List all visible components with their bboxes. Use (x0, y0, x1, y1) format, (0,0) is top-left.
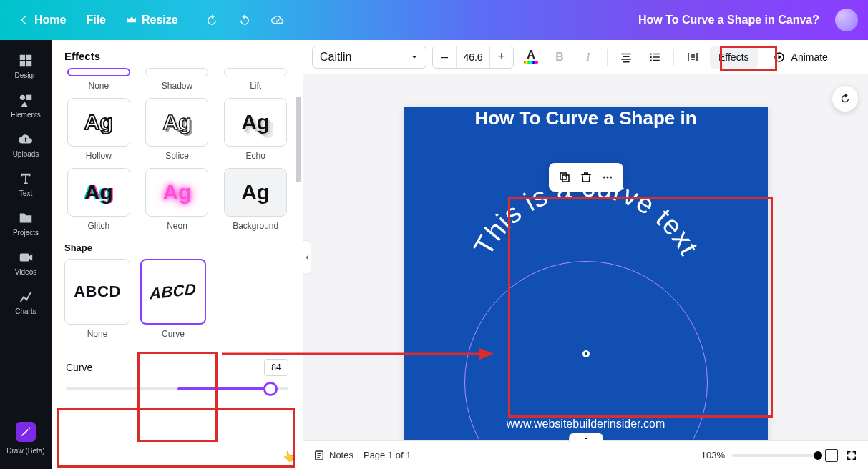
undo-button[interactable] (198, 9, 225, 31)
cloud-check-icon (271, 14, 284, 26)
style-label: None (88, 81, 109, 91)
style-glitch-thumb[interactable]: Ag (67, 168, 130, 217)
spacing-icon (686, 51, 699, 64)
zoom-controls: 103% (701, 449, 858, 462)
style-grid-row2: AgHollow AgSplice AgEcho (64, 98, 290, 161)
chevron-up-icon (582, 435, 590, 441)
rail-charts[interactable]: Charts (6, 283, 46, 322)
animate-button[interactable]: Animate (764, 46, 837, 69)
svg-point-0 (20, 95, 25, 100)
undo-icon (205, 14, 218, 26)
page-indicator[interactable]: Page 1 of 1 (364, 450, 411, 460)
style-neon-thumb[interactable]: Ag (145, 168, 208, 217)
style-background-thumb[interactable]: Ag (224, 168, 287, 217)
rail-videos[interactable]: Videos (6, 244, 46, 283)
spacing-button[interactable] (681, 46, 704, 69)
rail-text[interactable]: Text (6, 165, 46, 204)
shapes-icon (18, 92, 34, 108)
svg-rect-2 (20, 254, 29, 262)
resize-menu[interactable]: Resize (119, 9, 185, 31)
shape-curve-thumb[interactable]: ABCD (140, 259, 206, 325)
panel-title: Effects (52, 40, 303, 68)
align-center-icon (620, 51, 633, 64)
text-icon (18, 171, 34, 187)
svg-text:This is a curve text: This is a curve text (467, 172, 703, 260)
stage[interactable]: How To Curve a Shape in This is a curve … (404, 107, 768, 440)
panel-collapse-handle[interactable] (303, 240, 311, 275)
text-toolbar: Caitlin – 46.6 + A B I Effects Animate (303, 40, 868, 74)
document-title[interactable]: How To Curve a Shape in Canva? (638, 14, 819, 26)
style-splice-thumb[interactable]: Ag (145, 98, 208, 147)
italic-button[interactable]: I (577, 46, 600, 69)
font-size-value[interactable]: 46.6 (456, 46, 490, 68)
reset-view-button[interactable] (832, 86, 858, 112)
video-icon (18, 250, 34, 265)
editor: Caitlin – 46.6 + A B I Effects Animate (303, 40, 868, 469)
curve-value[interactable]: 84 (264, 359, 288, 376)
home-label: Home (34, 14, 66, 26)
shape-none-thumb[interactable]: ABCD (64, 259, 130, 325)
layout-icon (18, 53, 34, 69)
stage-url[interactable]: www.websitebuilderinsider.com (404, 418, 768, 430)
font-name: Caitlin (320, 51, 351, 64)
chart-icon (18, 289, 34, 305)
grid-view-button[interactable] (825, 449, 838, 462)
redo-button[interactable] (231, 9, 258, 31)
animate-icon (773, 51, 786, 64)
font-size-group: – 46.6 + (432, 46, 514, 69)
size-increase[interactable]: + (490, 46, 513, 68)
chevron-left-icon (17, 14, 30, 26)
shape-section-label: Shape (64, 242, 290, 253)
zoom-slider[interactable] (732, 454, 818, 457)
style-none-thumb[interactable] (67, 68, 130, 76)
notes-button[interactable]: Notes (313, 450, 353, 461)
notes-icon (313, 450, 325, 461)
text-color-button[interactable]: A (520, 46, 542, 69)
style-shadow-thumb[interactable] (145, 68, 208, 76)
fullscreen-icon[interactable] (845, 449, 858, 462)
alignment-button[interactable] (615, 46, 638, 69)
style-label: Lift (250, 81, 261, 91)
chevron-down-icon (410, 53, 419, 61)
file-menu[interactable]: File (79, 9, 113, 31)
list-button[interactable] (643, 46, 666, 69)
svg-point-3 (650, 53, 652, 54)
bottom-bar: Notes Page 1 of 1 103% (303, 440, 868, 469)
top-bar: Home File Resize How To Curve a Shape in… (0, 0, 868, 40)
cloud-sync[interactable] (264, 9, 291, 31)
center-handle[interactable] (582, 350, 590, 357)
cloud-upload-icon (18, 132, 34, 147)
zoom-value[interactable]: 103% (701, 450, 725, 460)
rail-design[interactable]: Design (6, 47, 46, 87)
font-dropdown[interactable]: Caitlin (312, 46, 426, 69)
side-rail: Design Elements Uploads Text Projects Vi… (0, 40, 52, 469)
rail-projects[interactable]: Projects (6, 204, 46, 244)
slider-knob[interactable] (263, 382, 278, 396)
effects-panel: Effects None Shadow Lift AgHollow AgSpli… (52, 40, 303, 469)
effects-button[interactable]: Effects (710, 46, 758, 69)
panel-scrollbar[interactable] (296, 97, 301, 182)
pencil-icon (20, 426, 31, 438)
style-lift-thumb[interactable] (224, 68, 287, 76)
hue-bar-icon (524, 61, 538, 64)
back-button[interactable]: Home (10, 9, 73, 31)
crown-icon (126, 14, 137, 26)
style-hollow-thumb[interactable]: Ag (67, 98, 130, 147)
stage-headline[interactable]: How To Curve a Shape in (419, 107, 754, 129)
style-label: Shadow (162, 81, 192, 91)
folder-icon (18, 210, 34, 226)
curve-slider[interactable] (66, 382, 288, 396)
chevron-left-icon (304, 253, 310, 262)
rail-elements[interactable]: Elements (6, 87, 46, 126)
pages-expand[interactable] (569, 433, 603, 443)
draw-chip (16, 422, 36, 442)
rail-draw[interactable]: Draw (Beta) (6, 416, 46, 462)
svg-point-5 (650, 59, 652, 61)
style-echo-thumb[interactable]: Ag (224, 98, 287, 147)
size-decrease[interactable]: – (433, 46, 456, 68)
avatar[interactable] (835, 9, 858, 31)
stage-wrap: How To Curve a Shape in This is a curve … (303, 74, 868, 440)
rail-uploads[interactable]: Uploads (6, 126, 46, 165)
curve-label: Curve (66, 362, 92, 373)
bold-button[interactable]: B (548, 46, 571, 69)
